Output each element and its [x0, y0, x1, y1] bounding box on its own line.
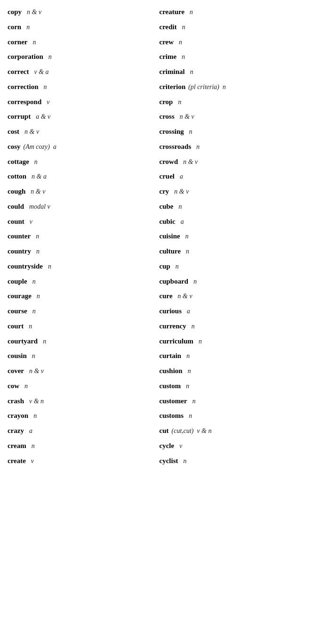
list-item: court n [4, 319, 156, 334]
headword: curious [159, 306, 182, 317]
headword: couple [8, 277, 27, 287]
list-item: cover n & v [4, 364, 156, 379]
part-of-speech: n & v [175, 292, 192, 301]
part-of-speech: n [29, 38, 36, 47]
headword: culture [159, 246, 181, 257]
list-item: corporation n [4, 49, 156, 65]
part-of-speech: n & v [176, 112, 194, 122]
part-of-speech: n [28, 441, 35, 451]
list-item: course n [4, 304, 156, 319]
list-item: criminal n [156, 65, 308, 80]
list-item: copy n & v [4, 5, 156, 20]
part-of-speech: n [195, 337, 202, 346]
part-of-speech: v [176, 441, 182, 451]
headword: criminal [159, 67, 185, 77]
headword: courage [8, 291, 32, 302]
headword: cube [159, 202, 174, 212]
headword: cuisine [159, 231, 180, 242]
list-item: correction n [4, 80, 156, 95]
left-column: copy n & vcorn ncorner ncorporation ncor… [4, 5, 156, 468]
headword: cycle [159, 441, 175, 451]
part-of-speech: n & v [180, 157, 198, 167]
headword: correct [8, 67, 29, 77]
headword: count [8, 217, 24, 227]
list-item: correct v & a [4, 65, 156, 80]
list-item: count v [4, 214, 156, 229]
headword: currency [159, 321, 186, 332]
list-item: cotton n & a [4, 169, 156, 184]
list-item: country n [4, 244, 156, 259]
headword: cow [8, 381, 19, 391]
part-of-speech: v [26, 217, 32, 227]
list-item: create v [4, 454, 156, 469]
list-item: cruel a [156, 169, 308, 184]
part-of-speech: n [29, 351, 35, 361]
part-of-speech: v [28, 457, 34, 466]
list-item: cousin n [4, 349, 156, 364]
part-of-speech: n [175, 98, 181, 107]
headword: corporation [8, 52, 43, 62]
list-item: crash v & n [4, 394, 156, 409]
list-item: cupboard n [156, 274, 308, 289]
part-of-speech: n [33, 292, 40, 301]
list-item: cycle v [156, 439, 308, 454]
list-item: couple n [4, 274, 156, 289]
headword: cure [159, 291, 173, 302]
headword: cushion [159, 366, 183, 376]
list-item: could modal v [4, 199, 156, 214]
headword: create [8, 456, 26, 466]
list-item: cow n [4, 379, 156, 394]
part-of-speech: n [188, 322, 195, 331]
part-of-speech: v & a [31, 67, 49, 77]
headword: crew [159, 37, 174, 48]
list-item: cry n & v [156, 184, 308, 199]
list-item: cure n & v [156, 289, 308, 304]
part-of-speech: n [186, 8, 193, 17]
part-of-speech: n [29, 307, 36, 316]
headword: criterion [159, 82, 186, 92]
list-item: curious a [156, 304, 308, 319]
headword: correction [8, 82, 39, 92]
part-of-speech: n [186, 127, 192, 137]
part-of-speech: n [23, 23, 30, 32]
list-item: curriculum n [156, 334, 308, 349]
headword: country [8, 246, 31, 257]
list-item: cream n [4, 439, 156, 454]
list-item: creature n [156, 5, 308, 20]
word-variant: (pl criteria) [188, 82, 219, 92]
word-variant: (Am cozy) [24, 142, 50, 152]
part-of-speech: n [21, 382, 28, 391]
headword: curriculum [159, 336, 194, 347]
part-of-speech: a [177, 217, 184, 227]
part-of-speech: n [33, 247, 40, 256]
list-item: corrupt a & v [4, 109, 156, 124]
list-item: courage n [4, 289, 156, 304]
part-of-speech: v & n [194, 426, 212, 436]
headword: creature [159, 7, 185, 17]
list-item: cross n & v [156, 109, 308, 124]
headword: crazy [8, 426, 24, 436]
list-item: crazy a [4, 424, 156, 439]
part-of-speech: n [45, 262, 51, 271]
list-item: cube n [156, 199, 308, 214]
headword: cottage [8, 157, 29, 167]
headword: cosy [8, 142, 21, 152]
headword: court [8, 321, 24, 332]
list-item: crossing n [156, 124, 308, 139]
headword: corner [8, 37, 27, 48]
headword: curtain [159, 351, 182, 361]
headword: cyclist [159, 456, 178, 466]
part-of-speech: n & v [27, 187, 45, 196]
part-of-speech: n [172, 262, 179, 271]
part-of-speech: n [30, 411, 37, 421]
part-of-speech: n [179, 23, 185, 32]
part-of-speech: n [183, 247, 189, 256]
headword: cotton [8, 171, 26, 182]
list-item: cuisine n [156, 229, 308, 244]
headword: custom [159, 381, 181, 391]
headword: crowd [159, 157, 178, 167]
list-item: curtain n [156, 349, 308, 364]
list-item: cyclist n [156, 454, 308, 469]
part-of-speech: a & v [32, 112, 50, 122]
list-item: corn n [4, 20, 156, 35]
